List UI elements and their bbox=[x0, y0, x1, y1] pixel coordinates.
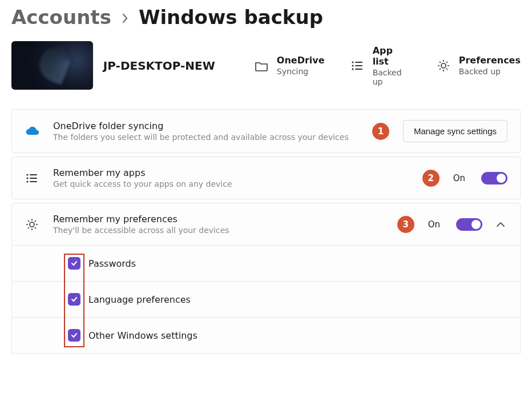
folder-icon bbox=[254, 58, 269, 73]
pref-item-other: Other Windows settings bbox=[11, 318, 521, 354]
svg-point-6 bbox=[441, 63, 446, 68]
svg-point-9 bbox=[26, 177, 28, 179]
annotation-3: 3 bbox=[397, 216, 414, 233]
chevron-right-icon bbox=[122, 13, 128, 23]
page-title: Windows backup bbox=[139, 6, 323, 29]
onedrive-cloud-icon bbox=[25, 125, 39, 138]
svg-rect-1 bbox=[355, 62, 362, 63]
svg-rect-3 bbox=[355, 65, 362, 66]
breadcrumb: Accounts Windows backup bbox=[11, 6, 521, 29]
applist-icon bbox=[350, 58, 365, 73]
stat-onedrive-label: OneDrive bbox=[277, 55, 325, 66]
svg-rect-10 bbox=[30, 178, 37, 179]
svg-point-4 bbox=[352, 68, 353, 70]
stat-preferences: Preferences Backed up bbox=[436, 55, 521, 76]
card-onedrive-desc: The folders you select will be protected… bbox=[53, 133, 358, 142]
checkbox-passwords[interactable] bbox=[68, 257, 80, 270]
pref-item-passwords: Passwords bbox=[11, 246, 521, 282]
pref-item-passwords-label: Passwords bbox=[88, 258, 136, 269]
card-prefs-desc: They'll be accessible across all your de… bbox=[53, 226, 384, 235]
pref-item-language-label: Language preferences bbox=[88, 294, 191, 305]
apps-toggle-state: On bbox=[453, 173, 465, 183]
pref-item-language: Language preferences bbox=[11, 282, 521, 318]
checkbox-language[interactable] bbox=[68, 293, 80, 306]
annotation-2: 2 bbox=[422, 170, 440, 187]
svg-point-7 bbox=[26, 174, 28, 175]
checkbox-other[interactable] bbox=[68, 329, 80, 342]
stat-prefs-label: Preferences bbox=[459, 55, 521, 66]
prefs-toggle[interactable] bbox=[456, 218, 482, 231]
annotation-1: 1 bbox=[372, 123, 389, 140]
card-onedrive-title: OneDrive folder syncing bbox=[53, 121, 358, 131]
breadcrumb-parent[interactable]: Accounts bbox=[11, 6, 111, 29]
svg-point-2 bbox=[352, 65, 353, 66]
chevron-up-icon[interactable] bbox=[496, 222, 507, 227]
apps-toggle[interactable] bbox=[481, 172, 507, 185]
stat-onedrive-status: Syncing bbox=[277, 67, 325, 76]
stat-applist-label: App list bbox=[373, 45, 411, 67]
prefs-toggle-state: On bbox=[428, 219, 440, 230]
applist-icon bbox=[25, 171, 39, 186]
pref-item-other-label: Other Windows settings bbox=[88, 330, 198, 341]
gear-icon bbox=[25, 217, 39, 232]
card-prefs-title: Remember my preferences bbox=[53, 214, 384, 224]
svg-point-11 bbox=[26, 181, 28, 182]
card-onedrive-sync: OneDrive folder syncing The folders you … bbox=[11, 109, 521, 153]
card-remember-apps: Remember my apps Get quick access to you… bbox=[11, 157, 521, 199]
stat-applist: App list Backed up bbox=[350, 45, 411, 86]
card-apps-title: Remember my apps bbox=[53, 167, 409, 178]
device-name: JP-DESKTOP-NEW bbox=[103, 59, 229, 73]
card-apps-desc: Get quick access to your apps on any dev… bbox=[53, 179, 409, 189]
svg-rect-8 bbox=[30, 174, 37, 175]
manage-sync-settings-button[interactable]: Manage sync settings bbox=[403, 120, 507, 142]
card-remember-prefs[interactable]: Remember my preferences They'll be acces… bbox=[11, 203, 521, 246]
svg-rect-5 bbox=[355, 69, 362, 70]
svg-point-13 bbox=[30, 222, 34, 227]
svg-point-0 bbox=[352, 61, 353, 63]
stat-onedrive: OneDrive Syncing bbox=[254, 55, 325, 76]
settings-list: OneDrive folder syncing The folders you … bbox=[11, 109, 521, 354]
device-thumbnail bbox=[11, 41, 93, 90]
gear-icon bbox=[436, 58, 451, 73]
stat-prefs-status: Backed up bbox=[459, 67, 521, 76]
svg-rect-12 bbox=[30, 181, 37, 182]
stat-applist-status: Backed up bbox=[373, 68, 411, 86]
device-summary: JP-DESKTOP-NEW OneDrive Syncing App list… bbox=[11, 41, 521, 90]
